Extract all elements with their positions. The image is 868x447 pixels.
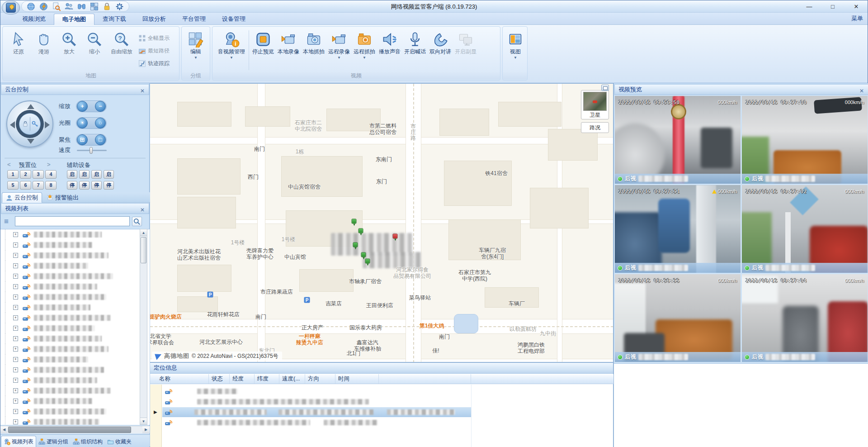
video-thumbnail[interactable]: 2022/06/15 09:57:00000km/h后视	[742, 96, 868, 184]
column-header-经度[interactable]: 经度	[230, 374, 255, 384]
tree-item[interactable]: +	[0, 240, 150, 250]
column-header-名称[interactable]: 名称	[150, 374, 209, 384]
video-thumbnail[interactable]: 2022/06/15 09:57:04000km/h后视	[742, 274, 868, 362]
expand-icon[interactable]: +	[13, 336, 18, 341]
preset-button-4[interactable]: 4	[45, 170, 57, 179]
video-thumbnail[interactable]: 2022/06/15 09:56:50000km/h后视	[615, 96, 741, 184]
close-icon[interactable]: ✕	[139, 86, 146, 96]
ptz-left-icon[interactable]	[10, 121, 15, 128]
video-thumbnail[interactable]: 2022/06/15 09:57:02000km/h后视	[742, 185, 868, 273]
expand-icon[interactable]: +	[13, 315, 18, 320]
vehicle-marker-green[interactable]	[359, 228, 363, 233]
scrollbar-thumb[interactable]	[141, 237, 146, 263]
preset-button-8[interactable]: 8	[45, 181, 57, 190]
tree-item[interactable]: +	[0, 271, 150, 281]
ribbon-button-开启喊话[interactable]: 开启喊话	[402, 29, 428, 72]
map-canvas[interactable]: 石家庄市二 中北院宿舍市第二燃料 总公司宿舍市 庄 路南门1栋东南门铁41宿舍西…	[150, 83, 613, 362]
video-thumbnail[interactable]: 2022/06/15 09:57:51000km/h后视	[615, 185, 741, 273]
tree-item[interactable]: +	[0, 406, 150, 417]
expand-icon[interactable]: +	[13, 378, 18, 383]
close-icon[interactable]: ✕	[139, 205, 146, 215]
tab-查询下载[interactable]: 查询下载	[94, 14, 134, 25]
ptz-up-icon[interactable]	[27, 104, 34, 109]
tab-平台管理[interactable]: 平台管理	[174, 14, 214, 25]
vehicle-marker-green[interactable]	[352, 219, 357, 224]
preset-button-7[interactable]: 7	[33, 181, 44, 190]
aux-on-button-2[interactable]: 启	[79, 170, 90, 179]
tree-item[interactable]: +	[0, 229, 150, 240]
ribbon-button-远程抓拍[interactable]: 远程抓拍▼	[352, 29, 377, 72]
preset-button-2[interactable]: 2	[20, 170, 31, 179]
expand-icon[interactable]: +	[13, 243, 18, 247]
ribbon-button-停止预览[interactable]: 停止预览	[250, 29, 276, 72]
ribbon-button-放大[interactable]: 放大	[57, 29, 81, 72]
aux-on-button-1[interactable]: 启	[67, 170, 77, 179]
ptz-joystick[interactable]	[6, 100, 53, 147]
close-button[interactable]: ✕	[848, 2, 865, 11]
traffic-layer-button[interactable]: 路况	[581, 122, 609, 133]
expand-icon[interactable]: +	[13, 399, 18, 404]
expand-icon[interactable]: +	[13, 263, 18, 268]
vehicle-marker-green[interactable]	[353, 243, 358, 247]
close-icon[interactable]: ✕	[858, 86, 865, 96]
scroll-left-icon[interactable]: ◀	[0, 426, 8, 433]
expand-icon[interactable]: +	[13, 295, 18, 300]
aux-off-button-1[interactable]: 停	[67, 181, 77, 190]
expand-icon[interactable]: +	[13, 347, 18, 352]
speed-slider[interactable]	[77, 150, 107, 151]
ribbon-button-视图[interactable]: 视图▼	[504, 29, 527, 72]
vehicle-marker-red[interactable]	[393, 234, 398, 239]
tab-回放分析[interactable]: 回放分析	[134, 14, 174, 25]
tab-组织结构[interactable]: 组织结构	[71, 436, 105, 447]
ribbon-button-本地抓拍[interactable]: 本地抓拍	[301, 29, 326, 72]
tab-报警输出[interactable]: 报警输出	[43, 192, 82, 203]
expand-icon[interactable]: +	[13, 284, 18, 289]
vertical-scrollbar[interactable]: ▲ ▼	[140, 229, 147, 425]
tab-视频列表[interactable]: i视频列表	[1, 436, 36, 447]
ptz-down-icon[interactable]	[27, 139, 34, 144]
tree-item[interactable]: +	[0, 333, 150, 344]
minimize-button[interactable]: —	[801, 2, 818, 11]
expand-icon[interactable]: +	[13, 357, 18, 362]
ribbon-button-漫游[interactable]: 漫游	[32, 29, 56, 72]
maximize-button[interactable]: □	[824, 2, 841, 11]
tree-item[interactable]: +	[0, 281, 150, 292]
expand-icon[interactable]: +	[13, 274, 18, 279]
scrollbar-thumb[interactable]	[8, 427, 131, 433]
ptz-center[interactable]	[19, 113, 41, 135]
tree-item[interactable]: +	[0, 302, 150, 313]
preset-button-5[interactable]: 5	[7, 181, 19, 190]
expand-icon[interactable]: +	[13, 367, 18, 372]
column-header-速度(...[interactable]: 速度(...	[279, 374, 305, 384]
expand-icon[interactable]: +	[13, 388, 18, 393]
vehicle-marker-green[interactable]	[361, 252, 366, 257]
preset-button-6[interactable]: 6	[20, 181, 31, 190]
aux-off-button-3[interactable]: 停	[91, 181, 102, 190]
map-restore-icon[interactable]	[601, 85, 609, 91]
tree-item[interactable]: +	[0, 354, 150, 365]
tab-视频浏览[interactable]: 视频浏览	[14, 14, 54, 25]
ribbon-button-还原[interactable]: 还原	[6, 29, 31, 72]
column-header-纬度[interactable]: 纬度	[255, 374, 279, 384]
ribbon-button-自由缩放[interactable]: ?自由缩放	[108, 29, 136, 72]
聚焦-plus-button[interactable]: ⊞	[77, 134, 88, 145]
search-button[interactable]	[132, 217, 142, 226]
aux-on-button-3[interactable]: 启	[91, 170, 102, 179]
video-thumbnail[interactable]: 2022/06/15 09:56:55000km/h后视	[615, 274, 741, 362]
tab-云台控制[interactable]: 云台控制	[2, 192, 42, 203]
menu-burger-icon[interactable]: ≡	[4, 217, 9, 226]
preset-button-1[interactable]: 1	[7, 170, 19, 179]
expand-icon[interactable]: +	[13, 326, 18, 331]
expand-icon[interactable]: +	[13, 232, 18, 237]
缩放-minus-button[interactable]: −	[95, 101, 106, 112]
ribbon-button-最短路径[interactable]: 最短路径	[138, 45, 180, 57]
缩放-plus-button[interactable]: +	[77, 101, 88, 112]
locate-row[interactable]: ▶	[150, 407, 613, 417]
tab-收藏夹[interactable]: 收藏夹	[105, 436, 134, 447]
ribbon-button-音视频管理[interactable]: i音视频管理▼	[214, 29, 249, 72]
ribbon-button-播放声音[interactable]: 播放声音	[377, 29, 402, 72]
tab-设备管理[interactable]: 设备管理	[214, 14, 254, 25]
tree-item[interactable]: +	[0, 323, 150, 333]
tree-item[interactable]: +	[0, 385, 150, 396]
search-input[interactable]	[15, 216, 130, 226]
